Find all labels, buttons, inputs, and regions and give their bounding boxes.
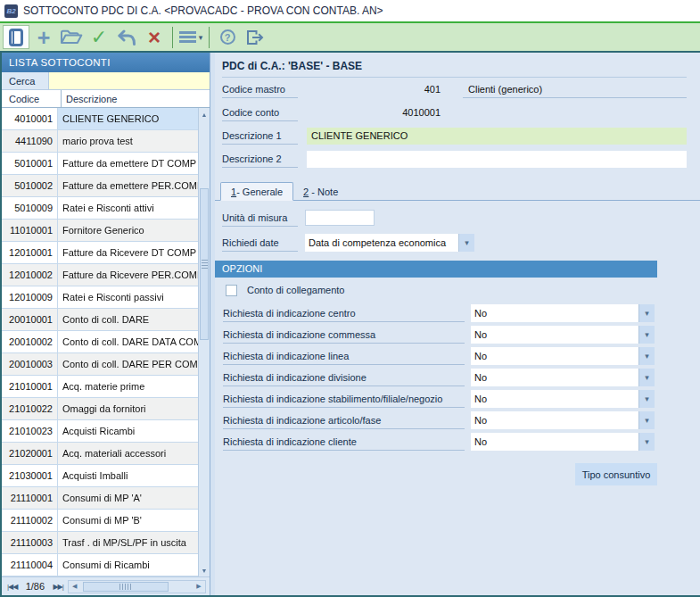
- list-item-desc: Fatture da emettere DT COMP: [58, 153, 198, 174]
- list-item[interactable]: 20010003Conto di coll. DARE PER COMP.: [2, 353, 198, 376]
- delete-button[interactable]: ×: [141, 25, 168, 49]
- list-item[interactable]: 21030001Acquisti Imballi: [2, 465, 198, 487]
- list-item-code: 21110002: [2, 510, 58, 531]
- list-item[interactable]: 21110002Consumi di MP 'B': [2, 510, 198, 532]
- descrizione-2-input[interactable]: [307, 151, 687, 168]
- field-row-richiedi-date: Richiedi date Data di competenza economi…: [215, 231, 700, 254]
- dropdown-arrow-icon[interactable]: ▾: [638, 369, 655, 386]
- scroll-down-icon[interactable]: ▼: [199, 564, 210, 576]
- horizontal-scrollbar[interactable]: ◀ ▶: [68, 580, 206, 593]
- subaccount-list: 4010001CLIENTE GENERICO4411090mario prov…: [2, 108, 210, 576]
- list-item[interactable]: 21010022Omaggi da fornitori: [2, 398, 198, 420]
- list-item-code: 21010023: [2, 420, 58, 442]
- dropdown-arrow-icon[interactable]: ▾: [458, 234, 474, 252]
- column-header-descrizione[interactable]: Descrizione: [62, 90, 210, 107]
- confirm-button[interactable]: ✓: [86, 25, 112, 49]
- dropdown-arrow-icon[interactable]: ▾: [638, 326, 655, 344]
- option-dropdown[interactable]: No▾: [471, 326, 655, 344]
- app-window: B2 SOTTOCONTO PDC DI C.A. <PROVACADC - P…: [0, 0, 700, 597]
- option-label: Richiesta di indicazione divisione: [223, 369, 465, 386]
- tab-note[interactable]: 2 - Note: [293, 183, 348, 200]
- list-item[interactable]: 21110004Consumi di Ricambi: [2, 554, 198, 576]
- richiedi-date-value: Data di competenza economica: [305, 234, 458, 252]
- dropdown-arrow-icon[interactable]: ▾: [638, 347, 655, 365]
- vertical-scrollbar[interactable]: ▲ ▼: [198, 108, 210, 576]
- content-area: LISTA SOTTOCONTI Cerca Codice Descrizion…: [0, 53, 700, 597]
- field-row-codice-conto: Codice conto 4010001: [215, 101, 700, 124]
- scrollbar-thumb[interactable]: [200, 188, 209, 340]
- scrollbar-thumb[interactable]: [83, 582, 169, 592]
- list-item-desc: Acq. materie prime: [58, 376, 198, 397]
- list-item-code: 21010022: [2, 398, 58, 419]
- list-item-desc: Conto di coll. DARE DATA COMP: [58, 331, 198, 352]
- list-item-desc: CLIENTE GENERICO: [58, 108, 198, 129]
- undo-button[interactable]: [113, 25, 140, 49]
- exit-button[interactable]: [242, 25, 268, 49]
- dropdown-arrow-icon[interactable]: ▾: [638, 390, 655, 408]
- option-label: Richiesta di indicazione centro: [223, 305, 465, 322]
- scroll-right-icon[interactable]: ▶: [193, 581, 205, 593]
- list-item[interactable]: 11010001Fornitore Generico: [2, 220, 198, 242]
- option-dropdown[interactable]: No▾: [471, 433, 655, 451]
- option-dropdown[interactable]: No▾: [471, 390, 655, 408]
- richiedi-date-dropdown[interactable]: Data di competenza economica ▾: [305, 234, 474, 252]
- field-row-unita-misura: Unità di misura: [215, 206, 700, 229]
- list-item[interactable]: 21110001Consumi di MP 'A': [2, 487, 198, 510]
- dropdown-arrow-icon[interactable]: ▾: [638, 433, 655, 451]
- list-item-code: 12010009: [2, 286, 58, 308]
- search-input[interactable]: [48, 72, 210, 89]
- panel-toggle-button[interactable]: [3, 25, 29, 49]
- option-dropdown[interactable]: No▾: [471, 304, 655, 322]
- window-title: SOTTOCONTO PDC DI C.A. <PROVACADC - PROV…: [23, 4, 383, 17]
- open-button[interactable]: [58, 25, 85, 49]
- list-item[interactable]: 21010001Acq. materie prime: [2, 376, 198, 398]
- list-item-code: 21010001: [2, 376, 58, 397]
- tab-generale[interactable]: 1- Generale: [220, 182, 293, 201]
- option-dropdown[interactable]: No▾: [471, 411, 655, 429]
- list-item[interactable]: 4411090mario prova test: [2, 130, 198, 153]
- unita-misura-input[interactable]: [305, 210, 375, 226]
- field-row-codice-mastro: Codice mastro 401 Clienti (generico): [215, 78, 700, 101]
- scroll-up-icon[interactable]: ▲: [199, 108, 210, 120]
- list-item[interactable]: 21110003Trasf . di MP/SL/PF in uscita: [2, 532, 198, 554]
- dropdown-arrow-icon[interactable]: ▾: [638, 411, 655, 429]
- dropdown-arrow-icon[interactable]: ▾: [638, 304, 655, 322]
- column-header-codice[interactable]: Codice: [2, 90, 62, 107]
- help-button[interactable]: ?: [214, 25, 241, 49]
- list-item-code: 21110004: [2, 554, 58, 576]
- field-row-descrizione-1: Descrizione 1 CLIENTE GENERICO: [215, 124, 700, 147]
- list-item-code: 5010001: [2, 153, 58, 174]
- unita-misura-label: Unità di misura: [222, 209, 298, 227]
- option-row: Richiesta di indicazione centroNo▾: [215, 303, 700, 324]
- collegamento-checkbox[interactable]: [226, 285, 237, 296]
- tipo-consuntivo-button[interactable]: Tipo consuntivo: [575, 463, 657, 485]
- list-item[interactable]: 4010001CLIENTE GENERICO: [2, 108, 198, 130]
- panel-icon: [9, 29, 23, 46]
- scrollbar-track[interactable]: [81, 581, 193, 593]
- list-item[interactable]: 5010001Fatture da emettere DT COMP: [2, 153, 198, 175]
- list-item-desc: Fatture da Ricevere PER.COMP: [58, 264, 198, 286]
- menu-button[interactable]: ▾: [177, 25, 204, 49]
- option-value: No: [471, 326, 638, 344]
- list-item[interactable]: 12010001Fatture da Ricevere DT COMP: [2, 242, 198, 264]
- list-item[interactable]: 21020001Acq. materiali accessori: [2, 443, 198, 465]
- list-item[interactable]: 12010009Ratei e Risconti passivi: [2, 286, 198, 309]
- list-item[interactable]: 5010009Ratei e Risconti attivi: [2, 197, 198, 220]
- list-item[interactable]: 5010002Fatture da emettere PER.COMP: [2, 175, 198, 197]
- opzioni-section-header: OPZIONI: [215, 261, 657, 278]
- last-record-button[interactable]: ▶▶|: [51, 583, 64, 591]
- option-value: No: [471, 390, 638, 408]
- option-label: Richiesta di indicazione stabilimento/fi…: [223, 391, 465, 408]
- first-record-button[interactable]: |◀◀: [5, 583, 19, 591]
- list-item[interactable]: 20010002Conto di coll. DARE DATA COMP: [2, 331, 198, 353]
- field-row-descrizione-2: Descrizione 2: [215, 147, 700, 170]
- add-button[interactable]: +: [30, 25, 57, 49]
- descrizione-1-input[interactable]: CLIENTE GENERICO: [307, 128, 687, 145]
- scroll-left-icon[interactable]: ◀: [69, 581, 81, 593]
- list-item[interactable]: 21010023Acquisti Ricambi: [2, 420, 198, 443]
- list-item-desc: Omaggi da fornitori: [58, 398, 198, 419]
- option-dropdown[interactable]: No▾: [471, 347, 655, 365]
- option-dropdown[interactable]: No▾: [471, 369, 655, 386]
- list-item[interactable]: 12010002Fatture da Ricevere PER.COMP: [2, 264, 198, 286]
- list-item[interactable]: 20010001Conto di coll. DARE: [2, 309, 198, 331]
